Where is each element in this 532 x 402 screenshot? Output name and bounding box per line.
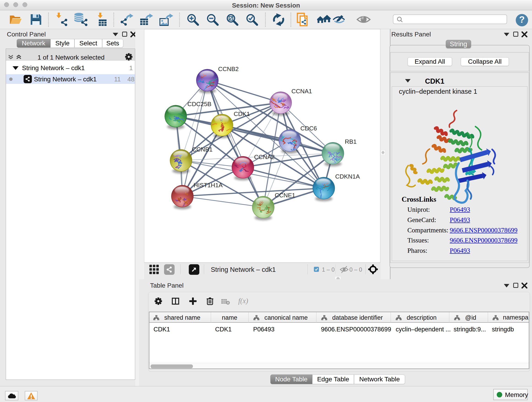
- svg-text:CCNE1: CCNE1: [275, 192, 295, 199]
- svg-text:CCNA1: CCNA1: [291, 88, 312, 95]
- svg-text:HIST1H1A: HIST1H1A: [194, 182, 223, 189]
- svg-text:RB1: RB1: [345, 138, 357, 145]
- svg-text:CDC25B: CDC25B: [187, 101, 211, 108]
- svg-text:CDK1: CDK1: [234, 110, 250, 117]
- svg-text:CCNB2: CCNB2: [218, 65, 239, 72]
- svg-text:CDKN1A: CDKN1A: [335, 173, 360, 180]
- svg-text:CDC6: CDC6: [300, 125, 317, 132]
- svg-text:CCNA2: CCNA2: [254, 153, 275, 160]
- svg-text:CCNB1: CCNB1: [192, 146, 213, 153]
